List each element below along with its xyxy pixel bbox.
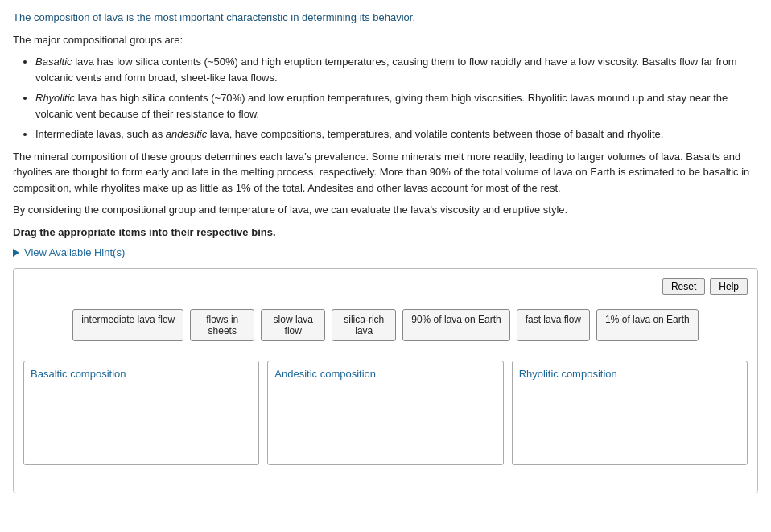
hint-arrow-icon bbox=[13, 249, 19, 257]
drag-item-item1[interactable]: intermediate lava flow bbox=[72, 309, 183, 341]
drag-item-item5[interactable]: 90% of lava on Earth bbox=[402, 309, 509, 341]
bullet-rhyolitic: Rhyolitic lava has high silica contents … bbox=[35, 90, 758, 122]
paragraph2: By considering the compositional group a… bbox=[13, 202, 758, 218]
drag-item-item7[interactable]: 1% of lava on Earth bbox=[596, 309, 699, 341]
paragraph1: The mineral composition of these groups … bbox=[13, 149, 758, 196]
bins-container: Basaltic compositionAndesitic compositio… bbox=[23, 361, 748, 465]
bin-bin1[interactable]: Basaltic composition bbox=[23, 361, 259, 465]
drag-item-item2[interactable]: flows insheets bbox=[190, 309, 254, 341]
bullet-list: Basaltic lava has low silica contents (~… bbox=[35, 54, 758, 142]
bin-bin3[interactable]: Rhyolitic composition bbox=[512, 361, 748, 465]
bullet-basaltic: Basaltic lava has low silica contents (~… bbox=[35, 54, 758, 85]
bin-label-bin3: Rhyolitic composition bbox=[519, 368, 740, 380]
intro-line2: The major compositional groups are: bbox=[13, 32, 758, 48]
bin-label-bin1: Basaltic composition bbox=[31, 368, 252, 380]
toolbar: Reset Help bbox=[23, 278, 748, 295]
help-button[interactable]: Help bbox=[710, 278, 748, 295]
drag-item-item3[interactable]: slow lavaflow bbox=[261, 309, 325, 341]
draggable-items-container: intermediate lava flowflows insheetsslow… bbox=[23, 309, 748, 341]
bullet-intermediate: Intermediate lavas, such as andesitic la… bbox=[35, 126, 758, 142]
reset-button[interactable]: Reset bbox=[662, 278, 705, 295]
bin-label-bin2: Andesitic composition bbox=[274, 368, 496, 380]
hint-label: View Available Hint(s) bbox=[24, 246, 125, 258]
drag-instruction: Drag the appropriate items into their re… bbox=[13, 225, 758, 241]
drag-item-item6[interactable]: fast lava flow bbox=[517, 309, 590, 341]
hint-row[interactable]: View Available Hint(s) bbox=[13, 246, 758, 258]
drag-item-item4[interactable]: silica-richlava bbox=[332, 309, 396, 341]
intro-line1: The composition of lava is the most impo… bbox=[13, 10, 758, 26]
drag-area: Reset Help intermediate lava flowflows i… bbox=[13, 268, 758, 493]
bin-bin2[interactable]: Andesitic composition bbox=[267, 361, 503, 465]
